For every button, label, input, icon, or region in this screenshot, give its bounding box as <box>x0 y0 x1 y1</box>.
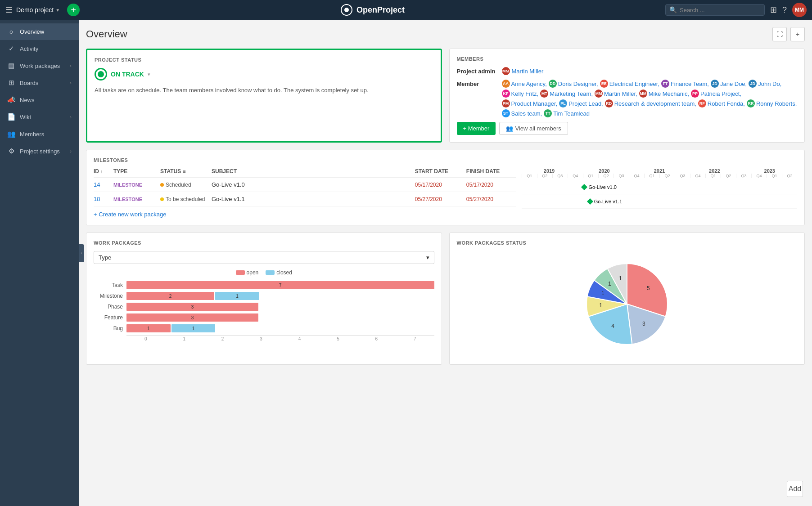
bars: 3 <box>126 303 434 311</box>
status-circle-inner <box>98 71 104 77</box>
member-name[interactable]: Mike Mechanic, <box>649 90 689 97</box>
member-name[interactable]: Ronny Roberts, <box>756 100 797 107</box>
sidebar-icon-overview: ○ <box>7 28 15 36</box>
expand-button[interactable]: ⛶ <box>772 27 787 41</box>
member-name[interactable]: Martin Miller, <box>604 90 637 97</box>
sidebar-item-boards[interactable]: ⊞ Boards › <box>0 74 79 91</box>
gantt-quarters: Q1Q2Q3Q4 Q1Q2Q3Q4 Q1Q2Q3Q4 Q1Q2Q3Q4 Q1Q2 <box>522 174 797 178</box>
pie-chart: 5341111 <box>568 255 686 354</box>
axis-tick: 3 <box>242 335 280 341</box>
sidebar-label-project-settings: Project settings <box>20 148 65 155</box>
search-box[interactable]: 🔍 <box>665 4 765 16</box>
member-name[interactable]: Robert Fonda, <box>708 100 745 107</box>
sidebar-item-work-packages[interactable]: ▤ Work packages › <box>0 57 79 74</box>
milestone-type: MILESTONE <box>113 182 158 188</box>
members-list: AAAnne Agency,DDDoris Designer,EEElectri… <box>502 80 798 117</box>
search-input[interactable] <box>680 7 761 13</box>
help-icon[interactable]: ? <box>782 5 787 15</box>
admin-value: MM Martin Miller <box>502 67 544 75</box>
sidebar-item-members[interactable]: 👥 Members <box>0 125 79 143</box>
topbar: ☰ Demo project ▼ + OpenProject 🔍 ⊞ ? MM <box>0 0 812 20</box>
member-name[interactable]: Sales team, <box>511 110 542 117</box>
sidebar-arrow-wiki: › <box>70 114 72 120</box>
axis-tick: 2 <box>203 335 242 341</box>
col-status-header: STATUS ≡ <box>160 168 210 175</box>
pie-label: 1 <box>599 302 602 309</box>
view-all-icon: 👥 <box>506 125 513 132</box>
work-packages-status-card: WORK PACKAGES STATUS 5341111 <box>449 233 805 365</box>
admin-name[interactable]: Martin Miller <box>512 68 544 75</box>
sidebar-item-activity[interactable]: ✓ Activity <box>0 40 79 57</box>
pie-label: 3 <box>642 321 645 327</box>
hamburger-icon[interactable]: ☰ <box>5 5 13 15</box>
member-chip: MMMartin Miller, <box>595 90 637 98</box>
member-avatar: FT <box>661 80 669 88</box>
bar-axis: 01234567 <box>94 335 434 341</box>
view-all-members-button[interactable]: 👥 View all members <box>499 122 568 135</box>
new-item-button[interactable]: + <box>67 4 80 16</box>
col-id-header: ID ↑ <box>94 168 112 175</box>
wp-card-title: WORK PACKAGES <box>94 240 434 246</box>
bar-label: Feature <box>94 314 123 321</box>
members-title: MEMBERS <box>457 56 798 62</box>
member-name[interactable]: Research & development team, <box>614 100 696 107</box>
axis-tick: 6 <box>357 335 396 341</box>
member-name[interactable]: Jane Doe, <box>720 81 747 87</box>
member-chip: EEElectrical Engineer, <box>600 80 659 88</box>
member-name[interactable]: Kelly Fritz, <box>511 90 539 97</box>
member-chip: RRRonny Roberts, <box>747 99 797 107</box>
member-name[interactable]: Finance Team, <box>671 81 709 87</box>
status-dropdown-icon[interactable]: ▾ <box>148 72 150 77</box>
pie-label: 1 <box>601 290 604 296</box>
sidebar-item-overview[interactable]: ○ Overview <box>0 23 79 40</box>
member-name[interactable]: Product Manager, <box>511 100 558 107</box>
view-all-label: View all members <box>515 125 561 132</box>
status-dot <box>160 197 164 201</box>
add-member-button[interactable]: + Member <box>457 122 496 135</box>
member-name[interactable]: Patricia Project, <box>700 90 741 97</box>
add-widget-button[interactable]: + <box>790 27 805 41</box>
admin-label: Project admin <box>457 67 502 75</box>
axis-tick: 5 <box>319 335 357 341</box>
member-name[interactable]: Anne Agency, <box>511 81 547 87</box>
member-chip: FTFinance Team, <box>661 80 709 88</box>
member-name[interactable]: Project Lead, <box>568 100 603 107</box>
member-avatar: ST <box>502 109 510 117</box>
sidebar-icon-work-packages: ▤ <box>7 62 15 70</box>
grid-icon[interactable]: ⊞ <box>770 5 777 15</box>
member-label: Member <box>457 80 502 87</box>
project-selector[interactable]: Demo project ▼ <box>16 6 60 13</box>
bar-open: 1 <box>126 324 171 332</box>
member-name[interactable]: Tim Teamlead <box>553 110 590 117</box>
project-status-title: PROJECT STATUS <box>95 57 433 63</box>
members-row: Member AAAnne Agency,DDDoris Designer,EE… <box>457 80 798 117</box>
create-work-package-link[interactable]: + Create new work package <box>94 211 516 218</box>
sidebar-label-members: Members <box>20 131 72 138</box>
milestone-id[interactable]: 14 <box>94 181 112 188</box>
member-name[interactable]: Doris Designer, <box>558 81 598 87</box>
bar-open: 2 <box>126 292 214 300</box>
avatar[interactable]: MM <box>792 3 807 17</box>
member-chip: DDDoris Designer, <box>549 80 598 88</box>
sidebar-item-project-settings[interactable]: ⚙ Project settings › <box>0 143 79 160</box>
pie-container: 5341111 <box>457 251 798 357</box>
col-finish-header: FINISH DATE <box>466 168 516 175</box>
milestone-id[interactable]: 18 <box>94 196 112 202</box>
member-chip: PLProject Lead, <box>559 99 603 107</box>
member-name[interactable]: Electrical Engineer, <box>609 81 659 87</box>
bars: 3 <box>126 313 434 322</box>
sidebar-collapse-handle[interactable]: ‹ <box>79 244 84 262</box>
table-row: 18 MILESTONE To be scheduled Go-Live v1.… <box>94 192 516 206</box>
member-name[interactable]: Marketing Team, <box>550 90 593 97</box>
member-avatar: RR <box>747 99 755 107</box>
add-fab-button[interactable]: Add <box>787 481 803 497</box>
sidebar-icon-activity: ✓ <box>7 45 15 53</box>
type-dropdown[interactable]: Type ▾ <box>94 251 434 264</box>
member-name[interactable]: John Do, <box>758 81 781 87</box>
member-chip: RDResearch & development team, <box>605 99 696 107</box>
sidebar-item-wiki[interactable]: 📄 Wiki › <box>0 108 79 125</box>
member-chip: TTTim Teamlead <box>544 109 590 117</box>
milestones-title: MILESTONES <box>94 157 797 163</box>
sidebar-item-news[interactable]: 📣 News <box>0 91 79 108</box>
member-avatar: PP <box>691 90 699 98</box>
